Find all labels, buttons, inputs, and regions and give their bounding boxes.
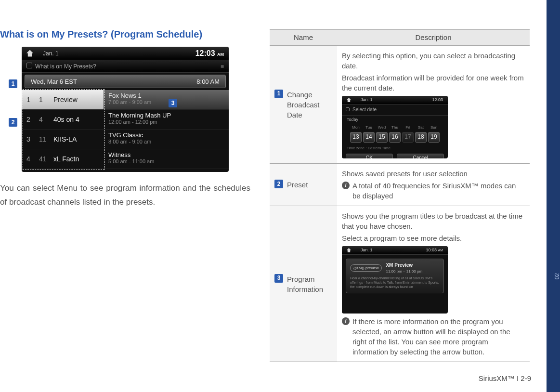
preset-num: 1 — [26, 96, 33, 104]
mock-clock: 10:03 — [426, 248, 437, 252]
table-row: 1 Change Broadcast Date By selecting thi… — [270, 46, 530, 164]
cancel-button: Cancel — [397, 154, 444, 158]
mock-subbar: What is on My Presets? ≡ — [22, 60, 229, 73]
row-badge: 1 — [274, 90, 283, 98]
ch-num: 11 — [39, 135, 48, 143]
mock-date: Jan. 1 — [361, 97, 373, 103]
day-cell: 17 — [402, 132, 414, 143]
row-desc: Shows you the program titles to be broad… — [342, 211, 525, 231]
row-badge: 3 — [274, 274, 283, 283]
row-badge: 2 — [274, 180, 283, 188]
section-title: What is on My Presets? (Program Schedule… — [0, 29, 250, 40]
ch-num: 41 — [39, 155, 48, 163]
table-row: 3 Program Information Shows you the prog… — [270, 206, 530, 362]
preset-num: 4 — [26, 155, 33, 163]
row-name: Preset — [287, 180, 308, 190]
xm-logo: ((XM)) preview — [350, 264, 382, 272]
th-name: Name — [270, 29, 337, 46]
clock-time: 12:03 — [195, 49, 215, 57]
mock-clock: 12:03 — [432, 97, 443, 103]
menu-icon: ≡ — [221, 63, 224, 70]
mock-date: Jan. 1 — [361, 247, 373, 253]
ch-name: KIIS-LA — [53, 135, 77, 143]
info-icon: i — [342, 182, 350, 189]
ch-name: xL Factn — [53, 155, 79, 163]
chapter-number: 02 — [554, 273, 560, 279]
calendar-icon — [346, 107, 350, 111]
day-cell: 14 — [363, 132, 375, 143]
program-card-title: XM Preview — [386, 262, 422, 269]
table-row: 2 Preset Shows saved presets for user se… — [270, 164, 530, 206]
info-text: A total of 40 frequencies for SiriusXM™ … — [352, 181, 525, 201]
th-desc: Description — [337, 29, 530, 46]
ch-name: Preview — [53, 96, 78, 104]
prog-time: 8:00 am - 9:00 am — [108, 139, 224, 144]
row-desc: Shows saved presets for user selection — [342, 169, 525, 179]
bar-date: Wed, Mar 6 EST — [31, 78, 77, 85]
mock-ampm: AM — [438, 248, 443, 252]
date-grid: 13 14 15 16 17 18 19 — [342, 130, 448, 144]
info-text: If there is more information on the prog… — [352, 316, 525, 357]
day-cell: 19 — [428, 132, 440, 143]
prog-title: The Morning Mash UP — [108, 112, 224, 119]
prog-title: Witness — [108, 151, 224, 158]
mock-clock: 12:03 AM — [195, 49, 224, 58]
info-icon: i — [342, 317, 350, 325]
program-card: ((XM)) preview XM Preview 11:00 pm – 11:… — [346, 259, 444, 293]
program-detail-screenshot: Jan. 1 10:03 AM ((XM)) preview XM Previe… — [342, 246, 448, 314]
today-label: Today — [342, 116, 448, 124]
dow: Tue — [363, 125, 375, 130]
dow: Sun — [428, 125, 440, 130]
prog-title: TVG Classic — [108, 131, 224, 139]
timezone-label: Time zone : Eastern Time — [342, 144, 448, 152]
preset-row: 2440s on 4 The Morning Mash UP12:00 am -… — [22, 110, 229, 130]
mock-topbar: Jan. 1 12:03 AM — [22, 47, 229, 60]
preset-row: 11Preview Fox News 17:00 am - 9:00 am — [22, 90, 229, 110]
row-desc: By selecting this option, you can select… — [342, 51, 525, 71]
preset-row: 311KIIS-LA TVG Classic8:00 am - 9:00 am — [22, 130, 229, 149]
callout-badge-1: 1 — [9, 79, 17, 88]
day-cell: 16 — [389, 132, 401, 143]
mock-date: Jan. 1 — [43, 50, 59, 57]
preset-num: 2 — [26, 116, 33, 123]
description-table: Name Description 1 Change Broadcast Date — [270, 29, 530, 362]
dow: Thu — [389, 125, 401, 130]
dow-row: Mon Tue Wed Thu Fri Sat Sun — [342, 124, 448, 130]
presets-screenshot: Jan. 1 12:03 AM What is on My Presets? ≡… — [22, 47, 229, 172]
home-icon — [347, 98, 351, 102]
day-cell: 18 — [415, 132, 427, 143]
ch-num: 4 — [39, 116, 48, 123]
dow: Mon — [350, 125, 362, 130]
dow: Sat — [415, 125, 427, 130]
date-header: Select date — [352, 107, 377, 112]
bar-time: 8:00 AM — [196, 78, 220, 85]
row-desc: Select a program to see more details. — [342, 233, 525, 243]
prog-time: 7:00 am - 9:00 am — [108, 99, 224, 105]
calendar-icon — [26, 63, 32, 68]
callout-badge-3: 3 — [169, 99, 177, 107]
clock-ampm: AM — [217, 52, 224, 57]
preset-row: 441xL Factn Witness5:00 am - 11:00 am — [22, 149, 229, 169]
chapter-tab: 02 — [547, 0, 560, 392]
program-card-time: 11:00 pm – 11:00 pm — [386, 269, 422, 274]
program-card-desc: Hear a channel-by-channel listing of all… — [350, 276, 440, 289]
prog-title: Fox News 1 — [108, 92, 224, 99]
ok-button: OK — [346, 154, 393, 158]
dow: Fri — [402, 125, 414, 130]
day-cell: 13 — [350, 132, 362, 143]
prog-time: 5:00 am - 11:00 am — [108, 158, 224, 164]
page-footer: SiriusXM™ I 2-9 — [479, 374, 531, 382]
day-cell: 15 — [376, 132, 388, 143]
date-select-screenshot: Jan. 1 12:03 Select date Today Mon Tue W… — [342, 96, 448, 158]
dow: Wed — [376, 125, 388, 130]
preset-list: 11Preview Fox News 17:00 am - 9:00 am 24… — [22, 90, 229, 169]
row-name: Change Broadcast Date — [287, 90, 332, 120]
mock-subtitle: What is on My Presets? — [35, 63, 96, 70]
home-icon — [347, 248, 351, 252]
row-desc: Broadcast information will be provided f… — [342, 73, 525, 93]
intro-text: You can select Menu to see program infor… — [0, 182, 250, 209]
ch-num: 1 — [39, 96, 48, 104]
row-name: Program Information — [287, 274, 332, 294]
callout-badge-2: 2 — [9, 118, 17, 127]
home-icon — [26, 50, 33, 57]
